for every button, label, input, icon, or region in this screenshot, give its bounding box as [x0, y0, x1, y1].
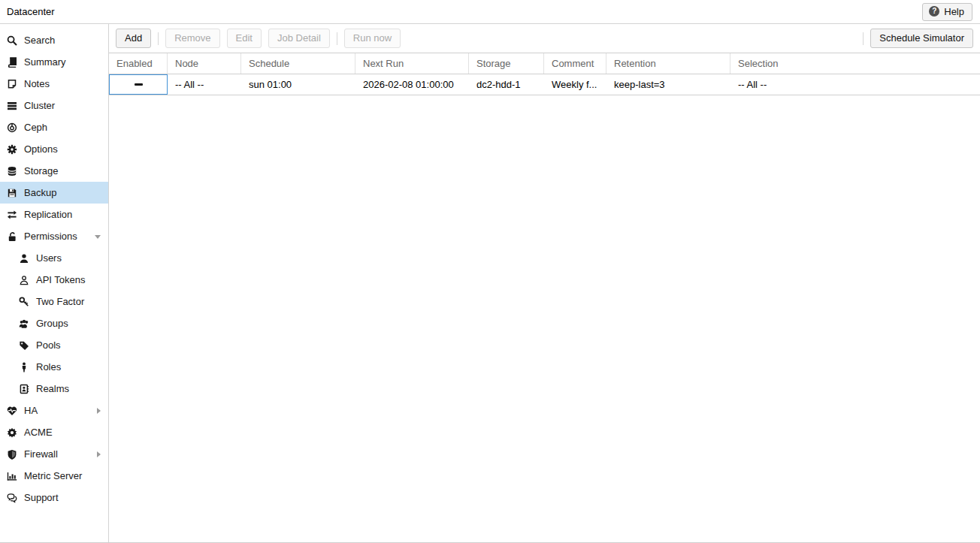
- backup-toolbar: Add Remove Edit Job Detail Run now Sched…: [109, 24, 980, 53]
- toolbar-separator: [158, 32, 159, 45]
- sidebar-item-label: ACME: [24, 427, 53, 438]
- sidebar-item-options[interactable]: Options: [0, 138, 108, 160]
- key-icon: [18, 297, 30, 307]
- sidebar-item-label: Cluster: [24, 100, 55, 111]
- sidebar-item-acme[interactable]: ACME: [0, 421, 108, 443]
- sidebar-item-permissions[interactable]: Permissions: [0, 225, 108, 247]
- edit-button[interactable]: Edit: [227, 29, 262, 48]
- sidebar-nav: Search Summary Notes Cluster: [0, 24, 109, 543]
- remove-button[interactable]: Remove: [165, 29, 219, 48]
- column-header-storage[interactable]: Storage: [469, 53, 544, 74]
- toolbar-separator: [337, 32, 337, 45]
- storage-cell: dc2-hdd-1: [469, 74, 544, 95]
- sidebar-item-label: Notes: [24, 78, 50, 89]
- sidebar-item-ceph[interactable]: Ceph: [0, 116, 108, 138]
- comments-icon: [6, 493, 18, 503]
- person-icon: [18, 362, 30, 373]
- server-stack-icon: [6, 101, 18, 111]
- schedule-cell: sun 01:00: [241, 74, 355, 95]
- chevron-down-icon[interactable]: [95, 235, 101, 239]
- sidebar-item-label: Pools: [36, 339, 61, 351]
- sidebar-item-label: Roles: [36, 361, 61, 373]
- user-outline-icon: [18, 275, 30, 285]
- sidebar-item-firewall[interactable]: Firewall: [0, 443, 108, 465]
- help-button-label: Help: [944, 6, 964, 17]
- sidebar-item-cluster[interactable]: Cluster: [0, 95, 108, 116]
- sidebar-item-label: Realms: [36, 383, 69, 394]
- sidebar-item-search[interactable]: Search: [0, 29, 108, 51]
- next-run-cell: 2026-02-08 01:00:00: [355, 74, 469, 95]
- sidebar-item-realms[interactable]: Realms: [0, 378, 108, 400]
- datacenter-window: Datacenter ? Help Search Summary: [0, 0, 980, 543]
- sidebar-item-support[interactable]: Support: [0, 487, 108, 508]
- backup-job-row[interactable]: -- All -- sun 01:00 2026-02-08 01:00:00 …: [109, 74, 980, 95]
- sidebar-item-label: Users: [36, 252, 62, 264]
- sidebar-item-two-factor[interactable]: Two Factor: [0, 291, 108, 312]
- page-title: Datacenter: [7, 6, 55, 17]
- gear-icon: [6, 144, 18, 155]
- toolbar-separator: [863, 32, 864, 45]
- sidebar-item-notes[interactable]: Notes: [0, 73, 108, 95]
- enabled-checkbox[interactable]: [109, 74, 168, 95]
- sidebar-item-metric-server[interactable]: Metric Server: [0, 465, 108, 487]
- sidebar-item-roles[interactable]: Roles: [0, 356, 108, 378]
- certificate-icon: [6, 427, 18, 438]
- sync-arrows-icon: [6, 210, 18, 220]
- retention-cell: keep-last=3: [606, 74, 730, 95]
- sidebar-item-summary[interactable]: Summary: [0, 51, 108, 73]
- sidebar-item-label: Summary: [24, 56, 66, 68]
- address-book-icon: [18, 384, 30, 394]
- grid-header-row: Enabled Node Schedule Next Run Storage C…: [109, 53, 980, 74]
- job-detail-button[interactable]: Job Detail: [268, 29, 330, 48]
- shield-icon: [6, 449, 18, 460]
- schedule-simulator-button[interactable]: Schedule Simulator: [870, 29, 973, 48]
- enabled-cell[interactable]: [109, 74, 168, 95]
- sidebar-item-label: Search: [24, 35, 55, 46]
- disabled-dash-icon: [135, 83, 143, 86]
- sidebar-item-label: Two Factor: [36, 296, 84, 307]
- sidebar-item-pools[interactable]: Pools: [0, 334, 108, 356]
- sidebar-item-label: Storage: [24, 165, 59, 176]
- top-bar: Datacenter ? Help: [0, 0, 980, 24]
- help-button[interactable]: ? Help: [922, 3, 972, 21]
- column-header-selection[interactable]: Selection: [730, 53, 980, 74]
- sidebar-item-label: Support: [24, 492, 59, 503]
- node-cell: -- All --: [168, 74, 241, 95]
- question-circle-icon: ?: [929, 6, 939, 17]
- sidebar-item-storage[interactable]: Storage: [0, 160, 108, 182]
- column-header-node[interactable]: Node: [168, 53, 241, 74]
- comment-cell: Weekly f...: [544, 74, 606, 95]
- column-header-retention[interactable]: Retention: [606, 53, 730, 74]
- sidebar-item-label: API Tokens: [36, 274, 86, 285]
- search-icon: [6, 35, 18, 46]
- sidebar-item-label: Ceph: [24, 122, 47, 133]
- sidebar-item-label: Permissions: [24, 231, 77, 242]
- sidebar-item-label: Groups: [36, 318, 68, 329]
- sidebar-item-label: Firewall: [24, 448, 58, 460]
- grid-empty-area: [109, 95, 980, 543]
- sidebar-item-groups[interactable]: Groups: [0, 312, 108, 334]
- sidebar-item-label: Options: [24, 143, 58, 155]
- add-button[interactable]: Add: [116, 29, 151, 48]
- database-icon: [6, 166, 18, 176]
- note-icon: [6, 79, 18, 89]
- column-header-next-run[interactable]: Next Run: [355, 53, 469, 74]
- run-now-button[interactable]: Run now: [344, 29, 401, 48]
- sidebar-item-label: Replication: [24, 209, 72, 220]
- column-header-schedule[interactable]: Schedule: [241, 53, 355, 74]
- sidebar-item-users[interactable]: Users: [0, 247, 108, 269]
- ceph-icon: [6, 122, 18, 133]
- column-header-enabled[interactable]: Enabled: [109, 53, 168, 74]
- sidebar-item-label: Metric Server: [24, 470, 82, 481]
- sidebar-item-backup[interactable]: Backup: [0, 182, 108, 204]
- tag-icon: [18, 340, 30, 351]
- users-icon: [18, 318, 30, 329]
- sidebar-item-replication[interactable]: Replication: [0, 204, 108, 225]
- sidebar-item-api-tokens[interactable]: API Tokens: [0, 269, 108, 291]
- chevron-right-icon[interactable]: [97, 408, 101, 414]
- chevron-right-icon[interactable]: [97, 451, 101, 457]
- sidebar-item-label: Backup: [24, 187, 56, 198]
- sidebar-item-ha[interactable]: HA: [0, 400, 108, 421]
- column-header-comment[interactable]: Comment: [544, 53, 606, 74]
- sidebar-item-label: HA: [24, 405, 38, 416]
